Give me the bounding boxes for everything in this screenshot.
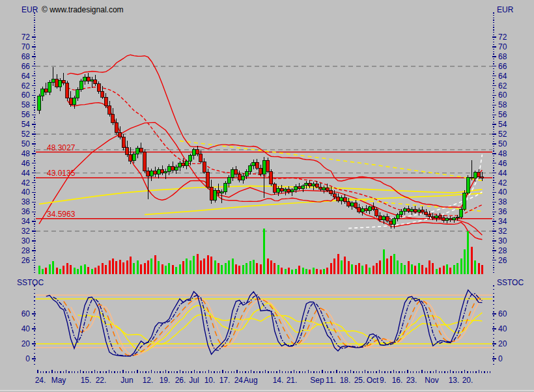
- price-tick-label-right: 64: [498, 72, 507, 80]
- volume-bar: [218, 263, 219, 275]
- volume-bar: [63, 266, 64, 274]
- candle-body: [378, 216, 382, 220]
- candle-body: [350, 203, 354, 206]
- candle-body: [150, 171, 153, 176]
- price-tick-label-left: 28: [9, 247, 30, 255]
- volume-bar: [341, 260, 343, 274]
- volume-bar: [52, 261, 54, 274]
- candle: [227, 175, 231, 188]
- candle-body: [62, 80, 65, 83]
- candle: [73, 96, 76, 109]
- price-tick-label-left: 70: [9, 43, 30, 51]
- candle-body: [178, 163, 182, 167]
- candle-body: [389, 221, 393, 224]
- candle: [161, 165, 164, 175]
- candle: [273, 182, 276, 195]
- volume-bar: [70, 265, 72, 274]
- price-tick-label-left: 48: [9, 150, 30, 158]
- candle-body: [466, 177, 470, 193]
- price-tick-label-left: 72: [9, 33, 30, 41]
- price-tick-label-right: 58: [498, 101, 507, 109]
- candle-body: [41, 89, 44, 96]
- volume-bar: [249, 261, 251, 274]
- candle-body: [333, 194, 336, 197]
- candle: [393, 217, 396, 229]
- candle-body: [277, 188, 280, 192]
- volume-bar: [383, 249, 385, 275]
- candle-body: [259, 168, 262, 174]
- candle-body: [44, 89, 48, 92]
- candle-body: [154, 171, 157, 175]
- candle-body: [358, 208, 361, 212]
- sstoc-bands: [36, 295, 492, 348]
- volume-bar: [112, 259, 114, 275]
- volume-bar: [122, 262, 124, 274]
- candle-body: [108, 105, 111, 114]
- candle-body: [69, 98, 72, 105]
- candle: [453, 217, 456, 223]
- candle: [302, 184, 305, 193]
- volume-bar: [309, 270, 311, 274]
- candle-body: [280, 188, 283, 191]
- price-tick-label-right: 28: [498, 247, 507, 255]
- candle-body: [347, 202, 350, 206]
- volume-bar: [386, 259, 388, 275]
- candle: [171, 161, 175, 172]
- volume-bar: [460, 259, 462, 275]
- candle: [231, 167, 234, 181]
- candle: [238, 171, 241, 182]
- price-tick-label-left: 26: [9, 257, 30, 264]
- candle-body: [460, 210, 463, 217]
- date-axis-ticks: [38, 370, 490, 373]
- candle: [196, 146, 199, 156]
- volume-bar: [168, 263, 170, 275]
- volume-bar: [38, 266, 40, 274]
- volume-bar: [408, 261, 410, 274]
- candle: [470, 160, 473, 180]
- price-tick-label-left: 46: [9, 160, 30, 167]
- date-axis-label: 20.: [453, 376, 482, 384]
- candle-body: [91, 80, 94, 81]
- volume-bar: [429, 260, 430, 274]
- volume-series: [38, 229, 483, 274]
- candle: [154, 167, 157, 177]
- volume-bar: [446, 264, 448, 274]
- price-tick-label-right: 54: [498, 120, 507, 128]
- volume-bar: [421, 265, 423, 274]
- volume-bar: [285, 269, 287, 274]
- candle-body: [456, 217, 459, 218]
- price-tick-label-right: 44: [498, 169, 507, 177]
- candle-body: [361, 208, 364, 212]
- candle-body: [463, 193, 466, 209]
- candle: [41, 87, 44, 101]
- volume-bar: [355, 265, 357, 274]
- volume-bar: [203, 259, 205, 275]
- candle-body: [234, 169, 238, 174]
- price-tick-label-left: 34: [9, 217, 30, 225]
- candle-body: [238, 175, 241, 180]
- candle: [255, 159, 259, 170]
- price-tick-label-right: 72: [498, 33, 507, 41]
- date-axis-label: 21.: [277, 376, 306, 384]
- candle-body: [294, 187, 298, 190]
- volume-bar: [411, 264, 413, 274]
- volume-bar: [358, 263, 360, 275]
- candle: [284, 188, 287, 195]
- candle-body: [319, 187, 322, 189]
- sstoc-tick-label-left: 20: [9, 340, 30, 348]
- candle-body: [66, 83, 69, 98]
- candle-body: [337, 197, 340, 201]
- volume-bar: [351, 264, 353, 274]
- candle: [199, 150, 203, 163]
- volume-bar: [98, 266, 100, 274]
- candle-body: [97, 84, 100, 92]
- volume-bar: [390, 256, 392, 274]
- price-tick-label-right: 34: [498, 217, 507, 225]
- candle-body: [143, 152, 147, 171]
- volume-bar: [210, 257, 212, 274]
- candle: [322, 186, 326, 193]
- candle-body: [185, 161, 188, 166]
- volume-bar: [425, 268, 427, 275]
- volume-bar: [175, 267, 177, 274]
- candle: [139, 143, 143, 155]
